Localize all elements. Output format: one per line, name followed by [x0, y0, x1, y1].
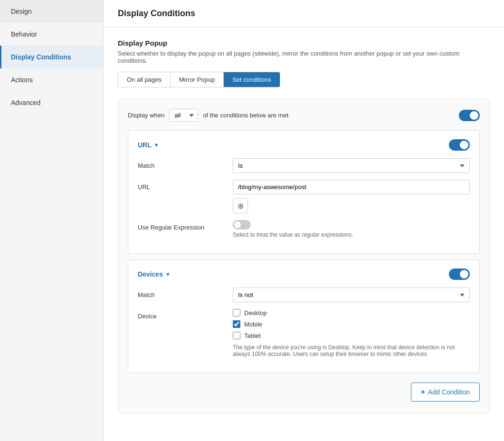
conditions-container: Display when all any of the conditions b… — [118, 99, 490, 413]
regex-row: Use Regular Expression Select to treat t… — [138, 220, 470, 238]
sidebar-item-behavior[interactable]: Behavior — [0, 23, 103, 46]
display-when-row: Display when all any of the conditions b… — [128, 109, 480, 122]
devices-match-select[interactable]: Is Is not — [233, 288, 470, 302]
url-value-control: ⊕ — [233, 180, 470, 213]
main-conditions-toggle[interactable] — [459, 110, 480, 121]
tablet-checkbox-item[interactable]: Tablet — [233, 332, 470, 339]
devices-condition-card: Devices ▼ Match Is Is not — [128, 259, 480, 373]
url-chevron-icon: ▼ — [154, 142, 159, 148]
plus-icon: ⊕ — [238, 201, 244, 211]
url-field-label: URL — [138, 180, 233, 191]
url-condition-toggle[interactable] — [449, 139, 470, 151]
desktop-checkbox[interactable] — [233, 309, 240, 316]
devices-device-row: Device Desktop Mobile — [138, 309, 470, 357]
device-checkboxes: Desktop Mobile Tablet The type of — [233, 309, 470, 357]
tablet-checkbox[interactable] — [233, 332, 240, 339]
regex-label: Use Regular Expression — [138, 220, 233, 231]
sidebar-item-label: Advanced — [11, 99, 40, 106]
mobile-label: Mobile — [244, 321, 262, 328]
display-popup-desc: Select whether to display the popup on a… — [118, 50, 490, 64]
url-card-header: URL ▼ — [138, 139, 470, 151]
mobile-checkbox[interactable] — [233, 320, 240, 328]
devices-match-row: Match Is Is not — [138, 288, 470, 302]
url-value-row: URL ⊕ — [138, 180, 470, 213]
display-mode-btn-group: On all pages Mirror Popup Set conditions — [118, 72, 280, 87]
device-hint: The type of the device you're using is D… — [233, 344, 470, 357]
main-content: Display Conditions Display Popup Select … — [104, 0, 504, 441]
page-header: Display Conditions — [104, 0, 504, 28]
add-url-button[interactable]: ⊕ — [233, 198, 248, 213]
display-when-label: Display when — [128, 112, 164, 119]
display-when-select[interactable]: all any — [169, 109, 198, 122]
devices-match-control: Is Is not — [233, 288, 470, 302]
on-all-pages-button[interactable]: On all pages — [118, 72, 171, 87]
regex-control: Select to treat the value as regular exp… — [233, 220, 470, 238]
sidebar-item-label: Display Conditions — [11, 53, 71, 61]
set-conditions-button[interactable]: Set conditions — [224, 72, 280, 87]
regex-toggle[interactable] — [233, 220, 251, 230]
add-condition-button[interactable]: + Add Condition — [411, 383, 480, 402]
display-when-suffix: of the conditions below are met — [203, 112, 288, 119]
sidebar-item-label: Design — [11, 8, 32, 15]
add-condition-row: + Add Condition — [128, 379, 480, 403]
page-title: Display Conditions — [118, 9, 490, 19]
desktop-checkbox-item[interactable]: Desktop — [233, 309, 470, 316]
device-checkbox-group: Desktop Mobile Tablet — [233, 309, 470, 339]
desktop-label: Desktop — [244, 309, 267, 316]
content-area: Display Popup Select whether to display … — [104, 28, 504, 425]
url-label: URL — [138, 141, 152, 149]
url-condition-type[interactable]: URL ▼ — [138, 141, 159, 149]
device-field-label: Device — [138, 309, 233, 320]
devices-match-label: Match — [138, 288, 233, 298]
plus-icon: + — [421, 388, 425, 396]
devices-condition-toggle[interactable] — [449, 268, 470, 280]
sidebar-item-display-conditions[interactable]: Display Conditions — [0, 46, 103, 68]
sidebar-item-label: Behavior — [11, 30, 37, 38]
devices-label: Devices — [138, 270, 163, 278]
sidebar-item-advanced[interactable]: Advanced — [0, 91, 103, 114]
regex-hint: Select to treat the value as regular exp… — [233, 231, 470, 238]
sidebar-item-actions[interactable]: Actions — [0, 68, 103, 91]
mobile-checkbox-item[interactable]: Mobile — [233, 320, 470, 328]
mirror-popup-button[interactable]: Mirror Popup — [171, 72, 224, 87]
display-popup-title: Display Popup — [118, 39, 490, 47]
devices-condition-type[interactable]: Devices ▼ — [138, 270, 171, 278]
add-condition-label: Add Condition — [428, 388, 470, 396]
sidebar: Design Behavior Display Conditions Actio… — [0, 0, 104, 441]
url-input[interactable] — [233, 180, 470, 194]
url-match-label: Match — [138, 158, 233, 169]
url-condition-card: URL ▼ Match Is Is not Con — [128, 130, 480, 254]
tablet-label: Tablet — [244, 332, 261, 339]
sidebar-item-label: Actions — [11, 76, 33, 84]
devices-card-header: Devices ▼ — [138, 268, 470, 280]
devices-chevron-icon: ▼ — [165, 271, 171, 277]
url-match-control: Is Is not Contains Does not contain Star… — [233, 158, 470, 173]
url-match-select[interactable]: Is Is not Contains Does not contain Star… — [233, 158, 470, 173]
url-match-row: Match Is Is not Contains Does not contai… — [138, 158, 470, 173]
sidebar-item-design[interactable]: Design — [0, 0, 103, 23]
